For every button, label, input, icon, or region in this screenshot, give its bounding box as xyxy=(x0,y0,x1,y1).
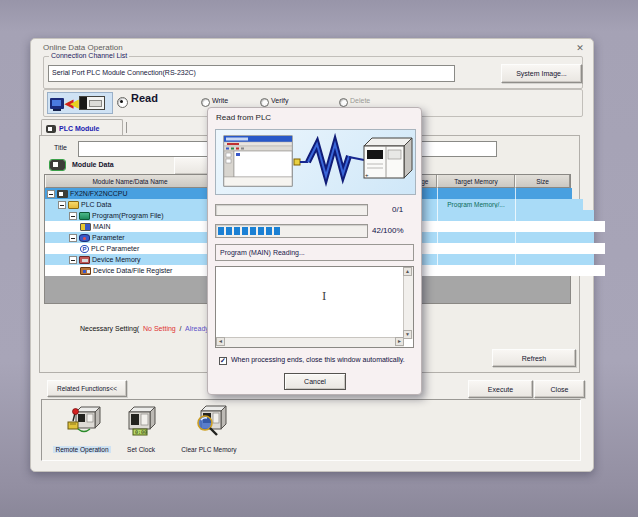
close-button[interactable]: Close xyxy=(534,380,585,398)
status-message: Program (MAIN) Reading... xyxy=(220,249,305,256)
progress-segment xyxy=(218,227,224,235)
execute-button[interactable]: Execute xyxy=(468,380,533,398)
column-separator xyxy=(437,188,438,276)
progress-segment xyxy=(242,227,248,235)
collapse-icon[interactable] xyxy=(69,212,77,220)
progress-segment xyxy=(266,227,272,235)
column-header[interactable]: Target Memory xyxy=(437,175,515,188)
tree-item-label: MAIN xyxy=(93,223,111,230)
module-data-icon xyxy=(50,160,65,170)
no-setting-label: No Setting xyxy=(143,325,176,332)
status-message-box: Program (MAIN) Reading... xyxy=(215,244,414,261)
collapse-icon[interactable] xyxy=(69,234,77,242)
clear-plc-memory-icon xyxy=(189,404,229,438)
necessary-setting-prefix: Necessary Setting( xyxy=(80,325,143,332)
related-functions-button[interactable]: Related Functions<< xyxy=(47,380,127,397)
necessary-setting-separator: / xyxy=(176,325,185,332)
delete-radio-label[interactable]: Delete xyxy=(350,97,370,104)
verify-radio-label[interactable]: Verify xyxy=(271,97,289,104)
connection-channel-field[interactable]: Serial Port PLC Module Connection(RS-232… xyxy=(48,65,455,82)
progress-count-label: 0/1 xyxy=(392,205,403,214)
write-radio[interactable] xyxy=(201,98,210,107)
column-header[interactable]: Size xyxy=(515,175,570,188)
close-icon[interactable]: ✕ xyxy=(573,42,587,54)
horizontal-scrollbar[interactable]: ◄ ► xyxy=(216,337,404,347)
devdata-icon xyxy=(80,267,91,275)
devmem-icon xyxy=(79,256,90,264)
computer-window-icon xyxy=(224,136,292,186)
system-image-button[interactable]: System Image... xyxy=(501,64,582,83)
zigzag-connection-icon xyxy=(294,144,364,176)
related-functions-panel: Remote Operation 0:00 Set Clock xyxy=(41,399,581,461)
tree-item-label: PLC Data xyxy=(81,201,111,208)
progress-segment xyxy=(250,227,256,235)
tree-item-label: Device Memory xyxy=(92,256,141,263)
desktop-background: Online Data Operation ✕ Connection Chann… xyxy=(0,0,638,517)
plcparam-icon: P xyxy=(80,245,89,253)
read-radio-label[interactable]: Read xyxy=(131,92,158,104)
tree-item-label: Device Data/File Register xyxy=(93,267,172,274)
progress-segment xyxy=(234,227,240,235)
write-radio-label[interactable]: Write xyxy=(212,97,228,104)
program-icon xyxy=(79,212,90,220)
tab-separator xyxy=(126,122,127,133)
connection-channel-label: Connection Channel List xyxy=(49,52,129,59)
transfer-arrows-icon: ◀◀ xyxy=(65,93,76,113)
tree-item-label: PLC Parameter xyxy=(91,245,139,252)
scroll-left-icon[interactable]: ◄ xyxy=(216,337,225,346)
read-radio[interactable] xyxy=(117,97,128,108)
title-label: Title xyxy=(54,144,67,151)
tab-plc-module-label: PLC Module xyxy=(59,125,99,132)
folder-icon xyxy=(68,201,79,209)
plc-module-tab-icon xyxy=(46,125,56,133)
plc-module-icon xyxy=(79,96,105,110)
read-from-plc-dialog: Read from PLC xyxy=(207,107,422,395)
scroll-down-icon[interactable]: ▼ xyxy=(403,330,412,339)
log-area[interactable]: I ▲ ▼ ◄ ► xyxy=(215,266,414,348)
computer-icon xyxy=(50,98,64,109)
target-memory-cell[interactable]: Program Memory/... xyxy=(437,201,515,208)
collapse-icon[interactable] xyxy=(69,256,77,264)
progress-segment xyxy=(274,227,280,235)
parameter-icon xyxy=(79,234,90,242)
tree-item-label: Parameter xyxy=(92,234,125,241)
necessary-setting-legend: Necessary Setting( No Setting / Already … xyxy=(80,325,227,332)
related-item-set-clock[interactable]: 0:00 Set Clock xyxy=(112,404,170,456)
progress-bar-percent xyxy=(215,224,368,238)
column-separator xyxy=(515,188,516,276)
column-header[interactable]: Module Name/Data Name xyxy=(45,175,215,188)
auto-close-checkbox[interactable]: ✓ xyxy=(219,357,227,365)
svg-text:+: + xyxy=(365,172,369,178)
scroll-up-icon[interactable]: ▲ xyxy=(403,267,412,276)
transfer-icon-cluster: ◀◀ xyxy=(47,92,113,114)
delete-radio[interactable] xyxy=(339,98,348,107)
set-clock-icon: 0:00 xyxy=(121,404,161,438)
remote-operation-label: Remote Operation xyxy=(53,446,110,453)
cancel-button[interactable]: Cancel xyxy=(284,373,346,390)
clear-plc-memory-label: Clear PLC Memory xyxy=(179,446,238,453)
refresh-button[interactable]: Refresh xyxy=(492,349,576,367)
progress-segment xyxy=(258,227,264,235)
auto-close-checkbox-label: When processing ends, close this window … xyxy=(231,356,405,363)
main-icon xyxy=(80,223,91,231)
remote-operation-icon xyxy=(62,404,102,438)
verify-radio[interactable] xyxy=(260,98,269,107)
module-data-label: Module Data xyxy=(72,161,114,168)
related-item-clear-plc-memory[interactable]: Clear PLC Memory xyxy=(170,404,248,456)
progress-bar-count xyxy=(215,204,368,216)
scroll-right-icon[interactable]: ► xyxy=(395,337,404,346)
progress-percent-label: 42/100% xyxy=(372,226,404,235)
plc-unit-icon: + xyxy=(364,138,412,178)
cpu-icon xyxy=(57,190,68,198)
plc-transfer-graphic: + xyxy=(215,129,416,195)
dialog-title: Read from PLC xyxy=(216,113,271,122)
progress-segment xyxy=(226,227,232,235)
related-item-remote-operation[interactable]: Remote Operation xyxy=(48,404,116,456)
text-cursor-icon: I xyxy=(322,290,326,303)
vertical-scrollbar[interactable]: ▲ ▼ xyxy=(403,267,413,339)
set-clock-label: Set Clock xyxy=(125,446,157,453)
svg-text:0:00: 0:00 xyxy=(135,429,147,435)
tree-item-label: FX2N/FX2NCCPU xyxy=(70,190,128,197)
collapse-icon[interactable] xyxy=(47,190,55,198)
collapse-icon[interactable] xyxy=(58,201,66,209)
